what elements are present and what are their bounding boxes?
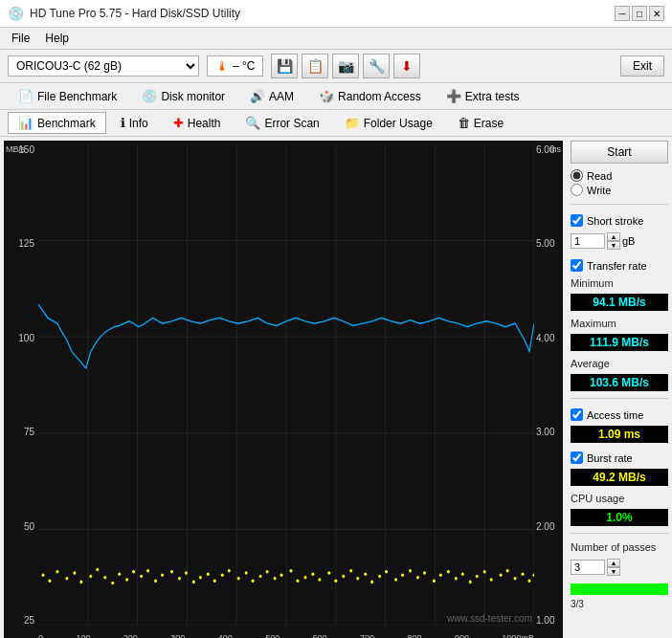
passes-label: Number of passes — [571, 541, 668, 553]
maximize-button[interactable]: □ — [632, 6, 647, 21]
tab-file-benchmark[interactable]: 📄 File Benchmark — [8, 85, 127, 107]
svg-point-69 — [439, 574, 442, 578]
drive-select[interactable]: ORICOU3-C (62 gB) — [8, 55, 199, 77]
svg-point-70 — [447, 570, 450, 574]
svg-point-79 — [514, 577, 517, 581]
right-label-4: 4.00 — [536, 333, 554, 343]
svg-point-62 — [385, 570, 388, 574]
svg-point-33 — [170, 570, 173, 574]
svg-point-68 — [433, 579, 436, 583]
tab-info[interactable]: ℹ Info — [110, 112, 159, 134]
svg-point-24 — [103, 576, 106, 580]
svg-point-82 — [533, 574, 534, 578]
burst-rate-checkbox-label[interactable]: Burst rate — [571, 451, 668, 464]
tab-disk-monitor[interactable]: 💿 Disk monitor — [131, 85, 235, 107]
passes-progress-label: 3/3 — [571, 599, 668, 609]
tab-folder-usage-label: Folder Usage — [364, 117, 433, 130]
right-label-1: 1.00 — [536, 615, 554, 626]
svg-point-55 — [334, 579, 337, 583]
transfer-rate-checkbox[interactable] — [571, 259, 583, 272]
file-benchmark-icon: 📄 — [18, 89, 34, 103]
tab-extra-tests[interactable]: ➕ Extra tests — [436, 85, 530, 107]
svg-point-47 — [274, 577, 277, 581]
svg-point-48 — [280, 574, 283, 578]
svg-point-44 — [252, 579, 255, 583]
svg-point-49 — [289, 569, 292, 573]
short-stroke-spinner-row: ▲ ▼ gB — [571, 232, 668, 250]
short-stroke-checkbox[interactable] — [571, 214, 583, 227]
passes-spin-up[interactable]: ▲ — [607, 559, 620, 567]
access-time-value: 1.09 ms — [571, 426, 668, 443]
menu-help[interactable]: Help — [37, 30, 77, 47]
passes-spin-down[interactable]: ▼ — [607, 567, 620, 576]
chart-labels-right: 6.00 5.00 4.00 3.00 2.00 1.00 — [534, 141, 563, 626]
svg-point-73 — [469, 581, 472, 584]
start-button[interactable]: Start — [571, 141, 668, 164]
toolbar-btn-5[interactable]: ⬇ — [393, 54, 420, 78]
svg-point-42 — [237, 577, 240, 581]
svg-point-17 — [48, 579, 51, 583]
short-stroke-input[interactable] — [571, 233, 605, 249]
tab-error-scan[interactable]: 🔍 Error Scan — [235, 112, 329, 134]
main-content: MB/s 150 125 100 75 50 25 ms 6.00 5.00 4… — [0, 137, 672, 638]
benchmark-icon: 📊 — [18, 116, 34, 130]
radio-write-text: Write — [587, 185, 611, 196]
tab-benchmark-label: Benchmark — [37, 117, 96, 130]
extra-tests-icon: ➕ — [446, 89, 461, 103]
tab-aam[interactable]: 🔊 AAM — [239, 85, 304, 107]
svg-point-63 — [394, 578, 397, 582]
error-scan-icon: 🔍 — [245, 116, 260, 130]
svg-point-72 — [461, 572, 464, 576]
svg-point-66 — [416, 576, 419, 580]
burst-rate-value: 49.2 MB/s — [571, 469, 668, 486]
svg-point-36 — [192, 581, 195, 584]
x-label-100: 100 — [76, 633, 90, 638]
folder-usage-icon: 📁 — [345, 116, 360, 130]
svg-point-31 — [154, 579, 157, 583]
tab-erase[interactable]: 🗑 Erase — [447, 112, 514, 134]
passes-spinner-buttons: ▲ ▼ — [607, 559, 620, 576]
svg-point-65 — [409, 569, 412, 573]
svg-point-64 — [401, 574, 404, 578]
tab-health-label: Health — [188, 117, 221, 130]
svg-point-29 — [140, 575, 143, 579]
close-button[interactable]: ✕ — [649, 6, 664, 21]
burst-rate-checkbox[interactable] — [571, 451, 583, 464]
toolbar-btn-2[interactable]: 📋 — [302, 54, 328, 78]
menu-file[interactable]: File — [4, 30, 37, 47]
radio-read[interactable] — [571, 169, 583, 182]
radio-write[interactable] — [571, 184, 583, 196]
tab-error-scan-label: Error Scan — [264, 117, 319, 130]
svg-point-56 — [342, 575, 345, 579]
temp-display: 🌡 – °C — [207, 55, 263, 77]
tab-file-benchmark-label: File Benchmark — [37, 90, 117, 103]
passes-input[interactable] — [571, 560, 605, 575]
access-time-checkbox[interactable] — [571, 408, 583, 421]
short-stroke-label: Short stroke — [587, 215, 643, 227]
svg-point-20 — [73, 571, 76, 575]
access-time-checkbox-label[interactable]: Access time — [571, 408, 668, 421]
short-stroke-spin-up[interactable]: ▲ — [607, 232, 620, 241]
short-stroke-spin-down[interactable]: ▼ — [607, 241, 620, 250]
exit-button[interactable]: Exit — [620, 55, 664, 77]
transfer-rate-checkbox-label[interactable]: Transfer rate — [571, 259, 668, 272]
tab-health[interactable]: ✚ Health — [163, 112, 232, 134]
svg-point-38 — [207, 572, 210, 576]
minimize-button[interactable]: ─ — [615, 6, 630, 21]
toolbar-btn-3[interactable]: 📷 — [332, 54, 359, 78]
svg-point-58 — [356, 577, 359, 581]
radio-write-label[interactable]: Write — [571, 184, 668, 196]
svg-point-23 — [96, 568, 99, 572]
svg-point-30 — [146, 569, 149, 573]
tab-benchmark[interactable]: 📊 Benchmark — [8, 112, 106, 134]
svg-point-50 — [296, 579, 299, 583]
short-stroke-checkbox-label[interactable]: Short stroke — [571, 214, 668, 227]
chart-bottom-labels: 0 100 200 300 400 500 600 700 800 900 10… — [38, 631, 534, 638]
tab-extra-tests-label: Extra tests — [465, 90, 520, 103]
tab-folder-usage[interactable]: 📁 Folder Usage — [334, 112, 443, 134]
toolbar-btn-4[interactable]: 🔧 — [363, 54, 390, 78]
radio-read-label[interactable]: Read — [571, 169, 668, 182]
toolbar-btn-1[interactable]: 💾 — [271, 54, 298, 78]
tab-random-access[interactable]: 🎲 Random Access — [308, 85, 432, 107]
x-label-900: 900 — [455, 633, 469, 638]
